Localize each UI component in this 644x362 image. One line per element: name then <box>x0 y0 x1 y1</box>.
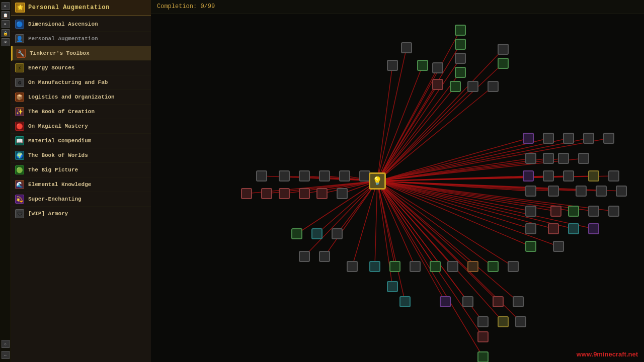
tech-node-5[interactable] <box>387 60 398 71</box>
tech-node-23[interactable] <box>563 170 574 182</box>
tech-node-14[interactable] <box>563 133 574 144</box>
tech-node-31[interactable] <box>525 206 536 217</box>
tech-node-37[interactable] <box>548 223 559 234</box>
strip-icon-5[interactable]: 👁 <box>2 38 10 46</box>
sidebar-item-logistics[interactable]: 📦Logistics and Organization <box>11 90 151 105</box>
sidebar-item-energy-sources[interactable]: ⚡Energy Sources <box>11 61 151 75</box>
tech-node-30[interactable] <box>616 186 627 197</box>
tech-node-13[interactable] <box>543 133 554 144</box>
tech-node-68[interactable] <box>387 281 398 292</box>
sidebar-item-tinkerers-toolbox[interactable]: 🔧Tinkerer's Toolbox <box>11 46 151 61</box>
strip-icon-3[interactable]: ≡ <box>2 20 10 28</box>
tech-node-17[interactable] <box>525 153 536 164</box>
tech-node-60[interactable] <box>369 261 380 272</box>
tech-node-11[interactable] <box>488 81 499 92</box>
strip-icon-bottom-2[interactable]: ↔ <box>2 351 10 359</box>
tech-node-27[interactable] <box>548 186 559 197</box>
tech-node-26[interactable] <box>525 186 536 197</box>
tech-node-48[interactable] <box>241 188 252 199</box>
tech-node-64[interactable] <box>447 261 458 272</box>
tech-node-58[interactable] <box>319 251 330 262</box>
tech-node-7[interactable] <box>432 62 443 73</box>
sidebar-item-elemental-knowledge[interactable]: 🌊Elemental Knowledge <box>11 177 151 192</box>
tech-node-2[interactable] <box>455 53 466 64</box>
tech-node-39[interactable] <box>588 223 599 234</box>
tech-node-56[interactable] <box>332 228 343 239</box>
tech-node-54[interactable] <box>291 228 302 239</box>
tech-node-44[interactable] <box>299 170 310 182</box>
tech-node-22[interactable] <box>543 170 554 182</box>
sidebar-item-big-picture[interactable]: 🟢The Big Picture <box>11 163 151 177</box>
tech-node-72[interactable] <box>493 296 504 307</box>
center-node[interactable]: 💡 <box>369 172 386 190</box>
sidebar-item-on-manufacturing[interactable]: ⚙On Manufacturing and Fab <box>11 75 151 90</box>
sidebar-item-dimensional-ascension[interactable]: 🔵Dimensional Ascension <box>11 17 151 32</box>
strip-icon-1[interactable]: ≡ <box>2 2 10 10</box>
tech-node-43[interactable] <box>279 170 290 182</box>
tech-node-4[interactable] <box>401 42 412 53</box>
tech-node-12[interactable] <box>523 133 534 144</box>
tech-node-67[interactable] <box>508 261 519 272</box>
tech-node-0[interactable] <box>455 25 466 36</box>
sidebar-item-book-of-worlds[interactable]: 🌍The Book of Worlds <box>11 148 151 163</box>
tech-node-45[interactable] <box>319 170 330 182</box>
tech-node-79[interactable] <box>498 44 509 55</box>
strip-icon-4[interactable]: 🔒 <box>2 29 10 37</box>
tech-node-9[interactable] <box>450 81 461 92</box>
tech-node-71[interactable] <box>462 296 473 307</box>
tech-node-74[interactable] <box>477 316 489 327</box>
tech-node-38[interactable] <box>568 223 579 234</box>
tech-node-73[interactable] <box>513 296 524 307</box>
tech-node-51[interactable] <box>299 188 310 199</box>
tech-node-29[interactable] <box>596 186 607 197</box>
tech-node-59[interactable] <box>347 261 358 272</box>
tech-node-57[interactable] <box>299 251 310 262</box>
tech-node-19[interactable] <box>558 153 569 164</box>
tech-node-18[interactable] <box>543 153 554 164</box>
tech-node-35[interactable] <box>608 206 619 217</box>
tech-node-6[interactable] <box>417 60 428 71</box>
tech-node-3[interactable] <box>455 67 466 78</box>
sidebar-item-personal-augmentation[interactable]: 👤Personal Augmentation <box>11 32 151 46</box>
sidebar-item-magical-mastery[interactable]: 🔴On Magical Mastery <box>11 119 151 134</box>
tech-node-33[interactable] <box>568 206 579 217</box>
tech-node-1[interactable] <box>455 39 466 50</box>
tech-node-10[interactable] <box>467 81 478 92</box>
tech-node-28[interactable] <box>576 186 587 197</box>
tech-node-65[interactable] <box>467 261 478 272</box>
tech-node-21[interactable] <box>523 170 534 182</box>
tech-node-50[interactable] <box>279 188 290 199</box>
tech-node-62[interactable] <box>410 261 421 272</box>
tech-node-24[interactable] <box>588 170 599 182</box>
tech-node-36[interactable] <box>525 223 536 234</box>
tech-node-15[interactable] <box>583 133 594 144</box>
tech-node-53[interactable] <box>337 188 348 199</box>
tech-node-32[interactable] <box>550 206 561 217</box>
tech-node-77[interactable] <box>515 316 526 327</box>
sidebar-item-wip-armory[interactable]: 🛡[WIP] Armory <box>11 207 151 221</box>
tech-node-61[interactable] <box>389 261 400 272</box>
tech-node-70[interactable] <box>440 296 451 307</box>
sidebar-item-super-enchanting[interactable]: 💫Super-Enchanting <box>11 192 151 207</box>
tech-node-16[interactable] <box>603 133 614 144</box>
strip-icon-bottom-1[interactable]: ○ <box>2 340 10 348</box>
strip-icon-2[interactable]: 📋 <box>2 11 10 19</box>
tech-node-8[interactable] <box>432 79 443 90</box>
tech-node-25[interactable] <box>608 170 619 182</box>
tech-node-76[interactable] <box>498 316 509 327</box>
tech-node-52[interactable] <box>316 188 328 199</box>
tech-tree[interactable]: 💡 <box>151 15 644 362</box>
tech-node-78[interactable] <box>477 351 489 362</box>
tech-node-49[interactable] <box>261 188 272 199</box>
tech-node-46[interactable] <box>339 170 350 182</box>
tech-node-63[interactable] <box>430 261 441 272</box>
tech-node-20[interactable] <box>578 153 589 164</box>
tech-node-75[interactable] <box>477 331 489 342</box>
tech-node-69[interactable] <box>399 296 411 307</box>
tech-node-42[interactable] <box>256 170 267 182</box>
sidebar-item-book-of-creation[interactable]: ✨The Book of Creation <box>11 105 151 119</box>
tech-node-55[interactable] <box>311 228 323 239</box>
tech-node-34[interactable] <box>588 206 599 217</box>
sidebar-item-material-compendium[interactable]: 📖Material Compendium <box>11 134 151 148</box>
tech-node-66[interactable] <box>488 261 499 272</box>
